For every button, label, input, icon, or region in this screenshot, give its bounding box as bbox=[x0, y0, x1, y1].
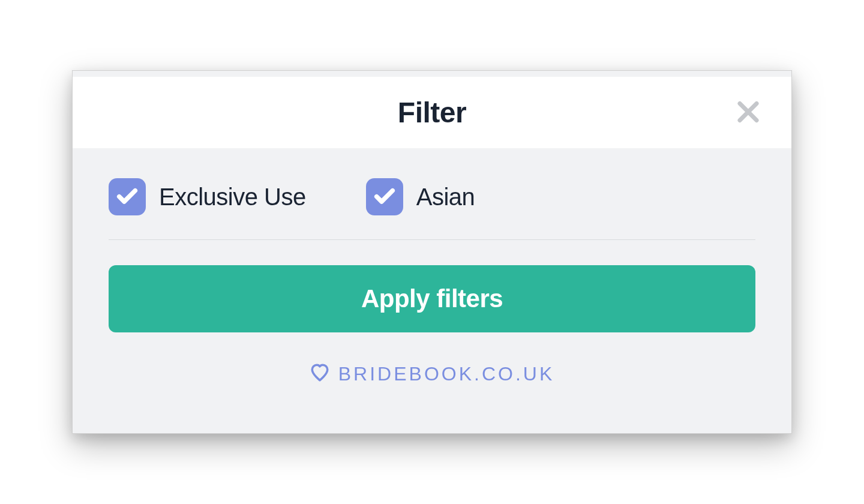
check-icon bbox=[115, 184, 139, 210]
filter-modal: Filter Exclusive Use bbox=[72, 70, 792, 434]
apply-button-label: Apply filters bbox=[361, 284, 503, 313]
close-icon bbox=[734, 97, 763, 128]
checkbox-checked[interactable] bbox=[109, 178, 146, 215]
modal-top-strip bbox=[73, 71, 791, 77]
filter-label: Asian bbox=[416, 184, 475, 211]
checkbox-checked[interactable] bbox=[366, 178, 403, 215]
modal-body: Exclusive Use Asian Apply filters bbox=[73, 148, 791, 433]
close-button[interactable] bbox=[729, 92, 767, 133]
heart-icon bbox=[310, 362, 330, 385]
apply-filters-button[interactable]: Apply filters bbox=[109, 265, 755, 332]
filter-option-asian[interactable]: Asian bbox=[366, 178, 475, 215]
brand-footer: BRIDEBOOK.CO.UK bbox=[109, 332, 755, 409]
filter-options-row: Exclusive Use Asian bbox=[109, 178, 755, 240]
modal-header: Filter bbox=[73, 77, 791, 148]
modal-title: Filter bbox=[398, 96, 466, 129]
filter-label: Exclusive Use bbox=[159, 184, 306, 211]
check-icon bbox=[373, 184, 397, 210]
filter-option-exclusive-use[interactable]: Exclusive Use bbox=[109, 178, 306, 215]
brand-name: BRIDEBOOK.CO.UK bbox=[338, 363, 555, 385]
